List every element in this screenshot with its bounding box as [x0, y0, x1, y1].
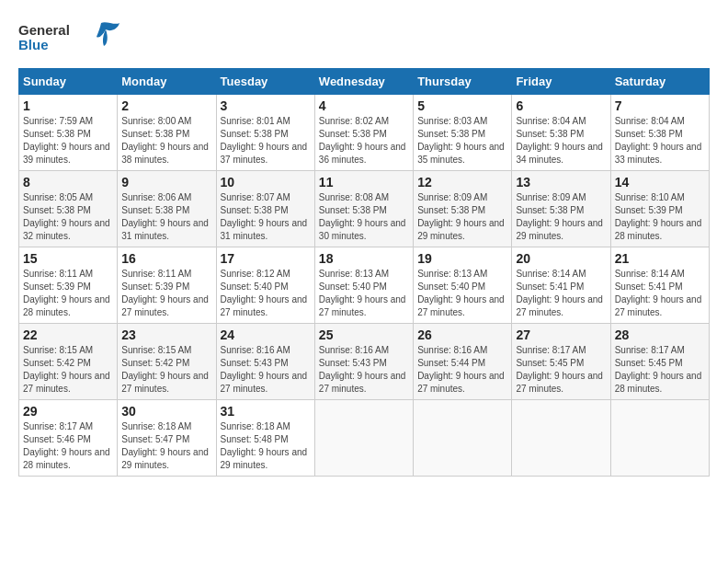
daylight-label: Daylight: 9 hours and 27 minutes.	[121, 294, 209, 317]
calendar-cell: 20 Sunrise: 8:14 AM Sunset: 5:41 PM Dayl…	[512, 247, 610, 324]
sunset-label: Sunset: 5:40 PM	[417, 282, 485, 292]
sunrise-label: Sunrise: 8:17 AM	[615, 345, 685, 355]
sunrise-label: Sunrise: 8:07 AM	[221, 192, 290, 202]
calendar-cell: 9 Sunrise: 8:06 AM Sunset: 5:38 PM Dayli…	[118, 171, 216, 247]
weekday-header-row: SundayMondayTuesdayWednesdayThursdayFrid…	[19, 69, 710, 95]
sunset-label: Sunset: 5:38 PM	[23, 129, 91, 139]
day-number: 22	[23, 327, 113, 342]
day-number: 16	[121, 251, 211, 266]
sunrise-label: Sunrise: 8:13 AM	[417, 269, 487, 279]
sunrise-label: Sunrise: 8:05 AM	[23, 192, 93, 202]
day-info: Sunrise: 8:07 AM Sunset: 5:38 PM Dayligh…	[221, 191, 311, 243]
weekday-header-saturday: Saturday	[610, 69, 709, 95]
day-number: 6	[516, 98, 606, 113]
daylight-label: Daylight: 9 hours and 27 minutes.	[417, 294, 505, 317]
day-info: Sunrise: 8:09 AM Sunset: 5:38 PM Dayligh…	[516, 191, 606, 243]
calendar-cell: 17 Sunrise: 8:12 AM Sunset: 5:40 PM Dayl…	[216, 247, 314, 324]
day-info: Sunrise: 8:15 AM Sunset: 5:42 PM Dayligh…	[121, 344, 211, 396]
day-number: 18	[319, 251, 409, 266]
calendar-cell: 1 Sunrise: 7:59 AM Sunset: 5:38 PM Dayli…	[19, 95, 118, 171]
calendar-cell: 3 Sunrise: 8:01 AM Sunset: 5:38 PM Dayli…	[216, 95, 314, 171]
daylight-label: Daylight: 9 hours and 27 minutes.	[516, 294, 603, 317]
daylight-label: Daylight: 9 hours and 27 minutes.	[121, 371, 209, 394]
daylight-label: Daylight: 9 hours and 27 minutes.	[23, 371, 110, 394]
calendar-cell: 31 Sunrise: 8:18 AM Sunset: 5:48 PM Dayl…	[216, 400, 314, 477]
day-number: 31	[221, 404, 311, 419]
daylight-label: Daylight: 9 hours and 31 minutes.	[121, 218, 209, 241]
sunset-label: Sunset: 5:41 PM	[615, 282, 683, 292]
sunrise-label: Sunrise: 8:08 AM	[319, 192, 389, 202]
day-number: 29	[23, 404, 113, 419]
sunset-label: Sunset: 5:38 PM	[319, 205, 387, 215]
day-info: Sunrise: 8:10 AM Sunset: 5:39 PM Dayligh…	[615, 191, 705, 243]
daylight-label: Daylight: 9 hours and 28 minutes.	[23, 447, 110, 470]
calendar-cell: 25 Sunrise: 8:16 AM Sunset: 5:43 PM Dayl…	[314, 324, 413, 400]
weekday-header-sunday: Sunday	[19, 69, 118, 95]
daylight-label: Daylight: 9 hours and 29 minutes.	[516, 218, 603, 241]
sunrise-label: Sunrise: 8:02 AM	[319, 116, 389, 126]
calendar-cell	[512, 400, 610, 477]
day-info: Sunrise: 8:04 AM Sunset: 5:38 PM Dayligh…	[516, 115, 606, 167]
calendar-week-4: 22 Sunrise: 8:15 AM Sunset: 5:42 PM Dayl…	[19, 324, 710, 400]
sunrise-label: Sunrise: 8:03 AM	[417, 116, 487, 126]
day-info: Sunrise: 8:14 AM Sunset: 5:41 PM Dayligh…	[615, 268, 705, 319]
calendar-cell: 27 Sunrise: 8:17 AM Sunset: 5:45 PM Dayl…	[512, 324, 610, 400]
daylight-label: Daylight: 9 hours and 28 minutes.	[615, 218, 702, 241]
calendar-cell: 2 Sunrise: 8:00 AM Sunset: 5:38 PM Dayli…	[118, 95, 216, 171]
day-number: 1	[23, 98, 113, 113]
sunrise-label: Sunrise: 7:59 AM	[23, 116, 93, 126]
calendar-cell	[314, 400, 413, 477]
day-info: Sunrise: 8:03 AM Sunset: 5:38 PM Dayligh…	[417, 115, 507, 167]
calendar-table: SundayMondayTuesdayWednesdayThursdayFrid…	[18, 68, 710, 477]
sunset-label: Sunset: 5:38 PM	[516, 205, 584, 215]
sunset-label: Sunset: 5:47 PM	[121, 434, 189, 444]
sunset-label: Sunset: 5:40 PM	[319, 282, 387, 292]
calendar-week-2: 8 Sunrise: 8:05 AM Sunset: 5:38 PM Dayli…	[19, 171, 710, 247]
day-info: Sunrise: 8:02 AM Sunset: 5:38 PM Dayligh…	[319, 115, 409, 167]
sunset-label: Sunset: 5:41 PM	[516, 282, 584, 292]
calendar-cell: 16 Sunrise: 8:11 AM Sunset: 5:39 PM Dayl…	[118, 247, 216, 324]
day-number: 10	[221, 175, 311, 190]
calendar-cell: 12 Sunrise: 8:09 AM Sunset: 5:38 PM Dayl…	[414, 171, 512, 247]
daylight-label: Daylight: 9 hours and 32 minutes.	[23, 218, 110, 241]
day-number: 7	[615, 98, 705, 113]
daylight-label: Daylight: 9 hours and 35 minutes.	[417, 142, 505, 165]
day-info: Sunrise: 8:05 AM Sunset: 5:38 PM Dayligh…	[23, 191, 113, 243]
sunset-label: Sunset: 5:45 PM	[615, 358, 683, 368]
sunset-label: Sunset: 5:38 PM	[319, 129, 387, 139]
sunset-label: Sunset: 5:38 PM	[221, 205, 289, 215]
calendar-cell: 7 Sunrise: 8:04 AM Sunset: 5:38 PM Dayli…	[610, 95, 709, 171]
day-number: 3	[221, 98, 311, 113]
day-number: 4	[319, 98, 409, 113]
sunset-label: Sunset: 5:43 PM	[221, 358, 289, 368]
sunrise-label: Sunrise: 8:18 AM	[221, 421, 290, 431]
calendar-cell: 11 Sunrise: 8:08 AM Sunset: 5:38 PM Dayl…	[314, 171, 413, 247]
calendar-week-1: 1 Sunrise: 7:59 AM Sunset: 5:38 PM Dayli…	[19, 95, 710, 171]
sunset-label: Sunset: 5:48 PM	[221, 434, 289, 444]
daylight-label: Daylight: 9 hours and 27 minutes.	[221, 371, 308, 394]
day-number: 19	[417, 251, 507, 266]
daylight-label: Daylight: 9 hours and 37 minutes.	[221, 142, 308, 165]
sunset-label: Sunset: 5:38 PM	[516, 129, 584, 139]
day-number: 24	[221, 327, 311, 342]
sunset-label: Sunset: 5:46 PM	[23, 434, 91, 444]
sunset-label: Sunset: 5:44 PM	[417, 358, 485, 368]
daylight-label: Daylight: 9 hours and 27 minutes.	[221, 294, 308, 317]
calendar-cell: 5 Sunrise: 8:03 AM Sunset: 5:38 PM Dayli…	[414, 95, 512, 171]
sunset-label: Sunset: 5:38 PM	[121, 129, 189, 139]
day-number: 11	[319, 175, 409, 190]
day-number: 23	[121, 327, 211, 342]
day-number: 9	[121, 175, 211, 190]
sunrise-label: Sunrise: 8:06 AM	[121, 192, 191, 202]
day-number: 21	[615, 251, 705, 266]
daylight-label: Daylight: 9 hours and 39 minutes.	[23, 142, 110, 165]
sunset-label: Sunset: 5:38 PM	[23, 205, 91, 215]
day-info: Sunrise: 8:16 AM Sunset: 5:43 PM Dayligh…	[221, 344, 311, 396]
daylight-label: Daylight: 9 hours and 27 minutes.	[615, 294, 702, 317]
calendar-cell: 29 Sunrise: 8:17 AM Sunset: 5:46 PM Dayl…	[19, 400, 118, 477]
day-number: 17	[221, 251, 311, 266]
calendar-cell: 10 Sunrise: 8:07 AM Sunset: 5:38 PM Dayl…	[216, 171, 314, 247]
calendar-cell: 8 Sunrise: 8:05 AM Sunset: 5:38 PM Dayli…	[19, 171, 118, 247]
day-number: 27	[516, 327, 606, 342]
sunset-label: Sunset: 5:39 PM	[23, 282, 91, 292]
